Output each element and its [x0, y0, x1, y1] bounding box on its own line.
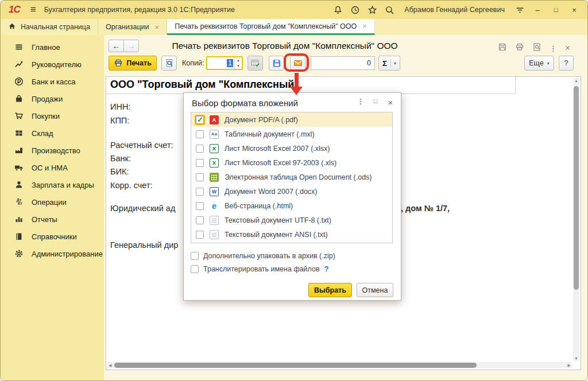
horizontal-scroll-thumb[interactable]	[114, 363, 477, 368]
sidebar-item-spravochniki[interactable]: Справочники	[1, 228, 104, 245]
word-icon	[210, 187, 219, 196]
sidebar-item-prodazhi[interactable]: Продажи	[1, 90, 104, 107]
forward-button[interactable]: →	[123, 40, 139, 52]
send-email-button[interactable]	[290, 56, 305, 71]
notifications-bell-icon[interactable]	[332, 4, 343, 15]
web-page-icon	[210, 201, 219, 211]
scroll-down-icon[interactable]: ▼	[573, 356, 579, 360]
counter-field[interactable]: 0	[311, 56, 375, 70]
checkbox[interactable]	[196, 188, 204, 196]
format-row-docx[interactable]: Документ Word 2007 (.docx)	[191, 184, 392, 199]
address-label-fragment: Юридический ад	[110, 204, 175, 213]
checkbox[interactable]	[196, 231, 204, 239]
debit-credit-icon: Дт Кт	[14, 197, 24, 207]
sidebar-label: Склад	[32, 129, 53, 138]
transliterate-option[interactable]: Транслитерировать имена файлов ?	[191, 265, 328, 273]
sidebar-label: Зарплата и кадры	[32, 181, 94, 189]
table-settings-button[interactable]	[247, 56, 263, 71]
checkbox[interactable]	[196, 130, 204, 138]
close-window-button[interactable]: ×	[568, 6, 581, 14]
sidebar-item-sklad[interactable]: Склад	[1, 125, 104, 142]
more-button[interactable]: Еще ▾	[524, 56, 554, 71]
tab-home[interactable]: Начальная страница	[1, 19, 98, 35]
print-icon[interactable]	[515, 42, 524, 54]
shopping-bag-icon	[14, 94, 24, 103]
kpp-label: КПП:	[110, 116, 129, 125]
format-row-mxl[interactable]: Табличный документ (.mxl)	[191, 127, 392, 141]
scroll-right-icon[interactable]: ▶	[568, 362, 571, 368]
mxl-document-icon	[210, 130, 219, 139]
vertical-scrollbar[interactable]: ▲ ▼	[573, 78, 579, 361]
dialog-menu-icon[interactable]: ⋮	[356, 98, 365, 106]
save-file-button[interactable]	[269, 56, 284, 71]
save-icon[interactable]	[498, 42, 507, 54]
home-icon	[8, 22, 16, 32]
minimize-button[interactable]: –	[531, 6, 544, 14]
sidebar-item-bank-kassa[interactable]: Банк и касса	[1, 73, 104, 90]
sum-button[interactable]: Σ ▾	[378, 56, 400, 71]
format-row-txt-ansi[interactable]: Текстовый документ ANSI (.txt)	[191, 227, 392, 242]
maximize-button[interactable]: □	[550, 6, 562, 13]
close-form-icon[interactable]: ×	[565, 44, 570, 52]
more-menu-icon[interactable]: ⋮	[550, 44, 557, 53]
print-preview-button[interactable]	[161, 56, 177, 71]
preview-icon[interactable]	[532, 42, 541, 54]
dialog-close-icon[interactable]: ×	[386, 98, 395, 107]
horizontal-scrollbar[interactable]: ◀ ▶	[107, 362, 572, 368]
checkbox-checked[interactable]	[196, 116, 204, 124]
back-button[interactable]: ←	[109, 40, 124, 52]
tab-close-icon[interactable]: ×	[155, 23, 160, 32]
checkbox[interactable]	[196, 173, 204, 181]
sidebar-item-administrirovanie[interactable]: Администрирование	[1, 245, 104, 262]
format-row-html[interactable]: Веб-страница (.html)	[191, 199, 392, 213]
transliterate-option-label: Транслитерировать имена файлов	[203, 265, 320, 273]
copies-spinner[interactable]: 1 ▲ ▼	[206, 56, 243, 70]
format-row-xlsx[interactable]: Лист Microsoft Excel 2007 (.xlsx)	[191, 141, 392, 155]
current-user[interactable]: Абрамов Геннадий Сергеевич	[401, 6, 508, 14]
spin-up-icon[interactable]: ▲	[235, 57, 242, 63]
help-button[interactable]: ?	[559, 56, 574, 71]
checkbox[interactable]	[196, 159, 204, 167]
chevron-down-icon[interactable]: ▾	[390, 59, 396, 67]
sidebar-item-pokupki[interactable]: Покупки	[1, 107, 104, 125]
sidebar-item-operacii[interactable]: Дт КтОперации	[1, 193, 104, 211]
gear-icon	[14, 249, 24, 258]
help-question-icon[interactable]: ?	[324, 265, 329, 273]
cancel-button[interactable]: Отмена	[357, 283, 393, 297]
account-label: Расчетный счет:	[110, 141, 173, 150]
sidebar-item-otchety[interactable]: Отчеты	[1, 211, 104, 228]
sidebar-item-zarplata[interactable]: Зарплата и кадры	[1, 176, 104, 193]
sidebar-label: Покупки	[32, 112, 60, 120]
vertical-scroll-thumb[interactable]	[574, 86, 579, 290]
dialog-maximize-icon[interactable]: □	[371, 98, 380, 104]
sidebar-item-os-nma[interactable]: ОС и НМА	[1, 159, 104, 176]
checkbox[interactable]	[191, 265, 199, 273]
format-row-txt-utf8[interactable]: Текстовый документ UTF-8 (.txt)	[191, 213, 392, 227]
choose-button[interactable]: Выбрать	[308, 283, 352, 297]
tools-settings-icon[interactable]	[514, 4, 525, 15]
sidebar-item-glavnoe[interactable]: Главное	[1, 38, 104, 56]
tab-organizations[interactable]: Организации ×	[98, 19, 167, 35]
main-menu-icon[interactable]: ≡	[28, 4, 38, 15]
checkbox[interactable]	[196, 202, 204, 210]
checkbox[interactable]	[196, 145, 204, 153]
copies-value[interactable]: 1	[207, 57, 234, 69]
format-row-xls[interactable]: Лист Microsoft Excel 97-2003 (.xls)	[191, 155, 392, 170]
search-icon[interactable]	[384, 4, 395, 15]
history-icon[interactable]	[349, 4, 361, 15]
scroll-up-icon[interactable]: ▲	[573, 79, 579, 83]
spin-down-icon[interactable]: ▼	[235, 63, 242, 69]
tab-close-icon[interactable]: ×	[362, 22, 367, 30]
sidebar-item-rukovoditelyu[interactable]: Руководителю	[1, 56, 104, 73]
tab-home-label: Начальная страница	[21, 23, 90, 31]
format-row-ods[interactable]: Электронная таблица Open Document (.ods)	[191, 170, 392, 184]
tab-print-form[interactable]: Печать реквизитов Торговый дом "Комплекс…	[167, 19, 375, 35]
favorites-star-icon[interactable]	[366, 4, 378, 15]
zip-option[interactable]: Дополнительно упаковать в архив (.zip)	[191, 252, 335, 260]
checkbox[interactable]	[191, 252, 199, 260]
sidebar-item-proizvodstvo[interactable]: Производство	[1, 142, 104, 159]
checkbox[interactable]	[196, 216, 204, 224]
scroll-left-icon[interactable]: ◀	[109, 362, 111, 368]
print-button[interactable]: Печать	[109, 56, 157, 71]
format-row-pdf[interactable]: Документ PDF/A (.pdf)	[191, 112, 392, 127]
